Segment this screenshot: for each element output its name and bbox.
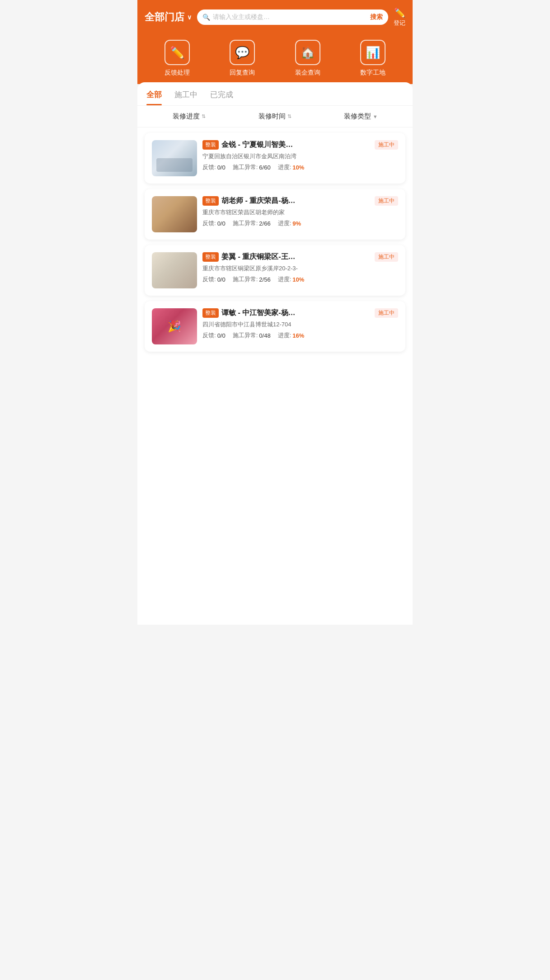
status-badge-2: 施工中 <box>375 196 398 206</box>
filter-type[interactable]: 装修类型 ▼ <box>318 112 404 121</box>
feedback-value-4: 0/0 <box>217 332 226 339</box>
progress-label-3: 进度: <box>278 275 291 283</box>
card-stats-1: 反馈: 0/0 施工异常: 6/60 进度: 10% <box>202 163 398 171</box>
card-title-row-4: 整装 谭敏 - 中江智美家-杨… 施工中 <box>202 308 398 318</box>
quick-nav: ✏️ 反馈处理 💬 回复查询 🏠 装企查询 📊 数字工地 <box>145 34 405 84</box>
stat-progress-2: 进度: 9% <box>278 219 301 227</box>
project-address-1: 宁夏回族自治区银川市金凤区南泊湾 <box>202 152 398 160</box>
stat-abnormal-1: 施工异常: 6/60 <box>233 163 271 171</box>
project-address-3: 重庆市市辖区铜梁区原乡溪岸20-2-3- <box>202 264 398 273</box>
title-left-1: 整装 金锐 - 宁夏银川智美… <box>202 140 371 150</box>
filter-progress[interactable]: 装修进度 ⇅ <box>146 112 232 121</box>
filter-type-label: 装修类型 <box>344 112 371 121</box>
feedback-icon-box: ✏️ <box>165 40 190 65</box>
company-icon: 🏠 <box>301 46 315 60</box>
abnormal-value-2: 2/66 <box>259 220 270 227</box>
project-card-1[interactable]: 整装 金锐 - 宁夏银川智美… 施工中 宁夏回族自治区银川市金凤区南泊湾 反馈:… <box>145 133 405 184</box>
filter-time-label: 装修时间 <box>259 112 286 121</box>
feedback-label-4: 反馈: <box>202 331 216 339</box>
card-title-row-2: 整装 胡老师 - 重庆荣昌-杨… 施工中 <box>202 196 398 206</box>
progress-label-4: 进度: <box>278 331 291 339</box>
project-thumbnail-1 <box>152 140 197 176</box>
search-placeholder[interactable]: 请输入业主或楼盘… <box>213 13 367 21</box>
progress-label-1: 进度: <box>278 163 291 171</box>
stat-progress-1: 进度: 10% <box>278 163 305 171</box>
feedback-value-2: 0/0 <box>217 220 226 227</box>
feedback-label: 反馈处理 <box>165 69 190 77</box>
tab-all[interactable]: 全部 <box>146 90 162 105</box>
project-address-4: 四川省德阳市中江县博世城12-704 <box>202 320 398 329</box>
company-label: 装企查询 <box>295 69 320 77</box>
project-card-2[interactable]: 整装 胡老师 - 重庆荣昌-杨… 施工中 重庆市市辖区荣昌区胡老师的家 反馈: … <box>145 189 405 240</box>
stat-progress-3: 进度: 10% <box>278 275 305 283</box>
stat-progress-4: 进度: 16% <box>278 331 305 339</box>
project-title-1: 金锐 - 宁夏银川智美… <box>221 140 293 150</box>
reply-icon-box: 💬 <box>230 40 255 65</box>
sort-icon-progress: ⇅ <box>202 113 206 119</box>
project-card-4[interactable]: 整装 谭敏 - 中江智美家-杨… 施工中 四川省德阳市中江县博世城12-704 … <box>145 301 405 352</box>
card-info-2: 整装 胡老师 - 重庆荣昌-杨… 施工中 重庆市市辖区荣昌区胡老师的家 反馈: … <box>202 196 398 227</box>
stat-feedback-3: 反馈: 0/0 <box>202 275 226 283</box>
thumb-img-3 <box>152 252 197 288</box>
sort-icon-time: ⇅ <box>287 113 291 119</box>
filter-bar: 装修进度 ⇅ 装修时间 ⇅ 装修类型 ▼ <box>137 106 413 127</box>
type-badge-4: 整装 <box>202 308 219 318</box>
digital-icon-box: 📊 <box>360 40 385 65</box>
project-thumbnail-4 <box>152 308 197 344</box>
card-top-4: 整装 谭敏 - 中江智美家-杨… 施工中 四川省德阳市中江县博世城12-704 … <box>152 308 398 344</box>
project-thumbnail-2 <box>152 196 197 232</box>
project-list: 整装 金锐 - 宁夏银川智美… 施工中 宁夏回族自治区银川市金凤区南泊湾 反馈:… <box>137 127 413 357</box>
card-stats-4: 反馈: 0/0 施工异常: 0/48 进度: 16% <box>202 331 398 339</box>
abnormal-label-1: 施工异常: <box>233 163 258 171</box>
project-thumbnail-3 <box>152 252 197 288</box>
progress-value-3: 10% <box>292 276 304 283</box>
thumb-img-2 <box>152 196 197 232</box>
card-top-3: 整装 姜翼 - 重庆铜梁区-王… 施工中 重庆市市辖区铜梁区原乡溪岸20-2-3… <box>152 252 398 288</box>
tab-inprogress[interactable]: 施工中 <box>174 90 197 105</box>
project-title-4: 谭敏 - 中江智美家-杨… <box>221 308 296 318</box>
nav-item-reply[interactable]: 💬 回复查询 <box>230 40 255 77</box>
nav-item-company[interactable]: 🏠 装企查询 <box>295 40 320 77</box>
digital-icon: 📊 <box>366 46 380 60</box>
search-icon: 🔍 <box>202 14 210 21</box>
type-badge-1: 整装 <box>202 140 219 150</box>
tab-bar: 全部 施工中 已完成 <box>137 82 413 106</box>
nav-item-feedback[interactable]: ✏️ 反馈处理 <box>165 40 190 77</box>
reply-icon: 💬 <box>235 46 249 60</box>
card-top-2: 整装 胡老师 - 重庆荣昌-杨… 施工中 重庆市市辖区荣昌区胡老师的家 反馈: … <box>152 196 398 232</box>
status-badge-3: 施工中 <box>375 252 398 262</box>
project-card-3[interactable]: 整装 姜翼 - 重庆铜梁区-王… 施工中 重庆市市辖区铜梁区原乡溪岸20-2-3… <box>145 245 405 296</box>
feedback-label-2: 反馈: <box>202 219 216 227</box>
filter-time[interactable]: 装修时间 ⇅ <box>232 112 318 121</box>
login-button[interactable]: ✏️ 登记 <box>394 7 405 27</box>
type-badge-3: 整装 <box>202 252 219 262</box>
stat-abnormal-3: 施工异常: 2/56 <box>233 275 271 283</box>
nav-item-digital[interactable]: 📊 数字工地 <box>360 40 385 77</box>
dropdown-icon-type: ▼ <box>373 114 378 119</box>
tab-done[interactable]: 已完成 <box>210 90 233 105</box>
card-top-1: 整装 金锐 - 宁夏银川智美… 施工中 宁夏回族自治区银川市金凤区南泊湾 反馈:… <box>152 140 398 176</box>
abnormal-label-3: 施工异常: <box>233 275 258 283</box>
stat-abnormal-4: 施工异常: 0/48 <box>233 331 271 339</box>
store-label: 全部门店 <box>145 10 184 24</box>
stat-feedback-1: 反馈: 0/0 <box>202 163 226 171</box>
card-stats-2: 反馈: 0/0 施工异常: 2/66 进度: 9% <box>202 219 398 227</box>
abnormal-value-4: 0/48 <box>259 332 270 339</box>
card-title-row-3: 整装 姜翼 - 重庆铜梁区-王… 施工中 <box>202 252 398 262</box>
project-title-3: 姜翼 - 重庆铜梁区-王… <box>221 252 296 262</box>
edit-icon: ✏️ <box>394 7 405 18</box>
abnormal-label-4: 施工异常: <box>233 331 258 339</box>
store-selector[interactable]: 全部门店 ∨ <box>145 10 192 24</box>
search-button[interactable]: 搜索 <box>370 13 383 21</box>
card-title-row-1: 整装 金锐 - 宁夏银川智美… 施工中 <box>202 140 398 150</box>
abnormal-value-1: 6/60 <box>259 164 270 171</box>
project-title-2: 胡老师 - 重庆荣昌-杨… <box>221 196 296 206</box>
header: 全部门店 ∨ 🔍 请输入业主或楼盘… 搜索 ✏️ 登记 ✏️ 反馈处理 💬 回复… <box>137 0 413 84</box>
progress-label-2: 进度: <box>278 219 291 227</box>
title-left-4: 整装 谭敏 - 中江智美家-杨… <box>202 308 371 318</box>
thumb-img-4 <box>152 308 197 344</box>
feedback-value-1: 0/0 <box>217 164 226 171</box>
search-bar[interactable]: 🔍 请输入业主或楼盘… 搜索 <box>197 9 388 25</box>
progress-value-1: 10% <box>292 164 304 171</box>
header-top: 全部门店 ∨ 🔍 请输入业主或楼盘… 搜索 ✏️ 登记 <box>145 7 405 27</box>
